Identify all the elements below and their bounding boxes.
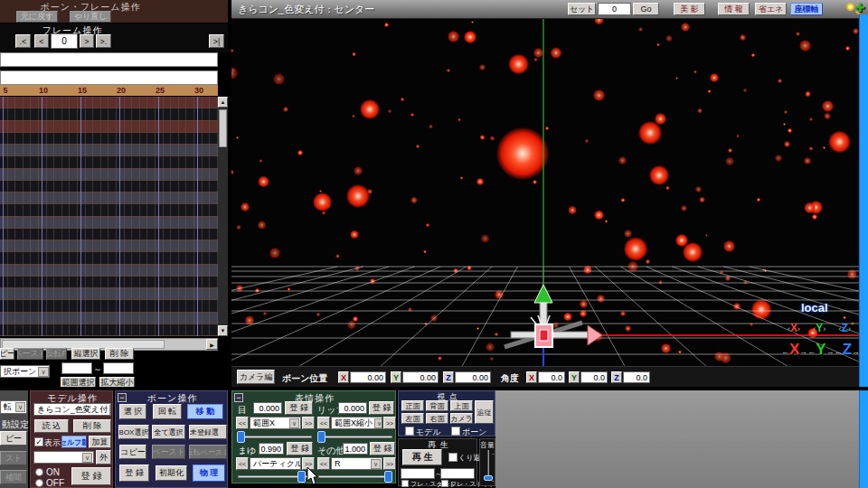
pos-x-input[interactable]: 0.00 bbox=[350, 371, 386, 383]
set-value-input[interactable]: 0 bbox=[598, 3, 631, 15]
other-next-button[interactable]: >> bbox=[383, 457, 396, 470]
dropdown-arrow-icon[interactable]: ∨ bbox=[289, 418, 299, 428]
timeline-row[interactable] bbox=[0, 277, 218, 288]
eye-next-button[interactable]: >> bbox=[302, 417, 315, 429]
timeline-row[interactable] bbox=[0, 265, 218, 277]
bone-list-row-2[interactable] bbox=[0, 70, 218, 85]
model-register-button[interactable]: 登 録 bbox=[71, 467, 111, 485]
beauty-shadow-button[interactable]: 美 影 bbox=[674, 3, 705, 15]
timeline-row[interactable] bbox=[0, 181, 218, 192]
timeline-row[interactable] bbox=[0, 156, 218, 168]
brow-prev-button[interactable]: << bbox=[236, 457, 249, 470]
pos-y-input[interactable]: 0.00 bbox=[402, 371, 439, 383]
timeline-ruler[interactable]: 51015202530 bbox=[0, 85, 218, 97]
eye-register-button[interactable]: 登 録 bbox=[285, 401, 313, 415]
other-slider-track[interactable] bbox=[318, 475, 392, 478]
on-radio[interactable] bbox=[35, 468, 43, 476]
column-select-button[interactable]: 縦選択 bbox=[71, 348, 100, 360]
frame-next5-button[interactable]: >. bbox=[96, 34, 111, 48]
bone-move-button[interactable]: 移 動 bbox=[187, 404, 223, 419]
range-start-input[interactable] bbox=[61, 362, 92, 374]
eye-prev-button[interactable]: << bbox=[236, 417, 249, 429]
viewport-right-scrollbar[interactable] bbox=[859, 14, 868, 488]
eye-value-input[interactable]: 0.000 bbox=[253, 402, 282, 414]
model-delete-button[interactable]: 削 除 bbox=[73, 419, 111, 433]
frame-number-input[interactable]: 0 bbox=[51, 33, 78, 49]
cutoff-interp-button[interactable]: 補間 bbox=[0, 470, 27, 484]
bone-rotate-button[interactable]: 回 転 bbox=[153, 404, 182, 419]
axes-toggle-button[interactable]: 座標軸 bbox=[790, 3, 823, 15]
dropdown-arrow-icon[interactable]: ∨ bbox=[371, 459, 381, 469]
magnifier-icon[interactable] bbox=[846, 3, 854, 11]
move-x-handle[interactable]: ←X→ bbox=[781, 341, 807, 359]
timeline-row[interactable] bbox=[0, 288, 218, 300]
view-right-button[interactable]: 右面 bbox=[426, 413, 448, 424]
brow-morph-dropdown[interactable]: パーティクルSi ∨ bbox=[250, 457, 301, 470]
timeline-row[interactable] bbox=[0, 324, 218, 336]
cutoff-paste-button[interactable]: スト bbox=[0, 451, 27, 465]
timeline-vscrollbar[interactable]: ▲ ▼ bbox=[218, 97, 228, 336]
move-y-handle[interactable]: ←Y→ bbox=[807, 341, 834, 359]
brow-register-button[interactable]: 登 録 bbox=[287, 442, 313, 455]
view-camera-button[interactable]: カメラ bbox=[450, 413, 473, 424]
dropdown-arrow-icon[interactable]: ∨ bbox=[374, 418, 382, 428]
scroll-up-icon[interactable]: ▲ bbox=[218, 97, 228, 108]
view-bone-checkbox[interactable] bbox=[451, 427, 460, 436]
undo-button[interactable]: 元に戻す bbox=[16, 11, 58, 23]
lip-slider-handle[interactable] bbox=[317, 431, 326, 443]
lip-value-input[interactable]: 0.000 bbox=[338, 402, 367, 414]
info-button[interactable]: 情 報 bbox=[718, 3, 750, 15]
plus-move-icon[interactable]: ✚ bbox=[855, 1, 865, 14]
lip-slider-track[interactable] bbox=[318, 436, 392, 438]
timeline-row[interactable] bbox=[0, 108, 218, 120]
dropdown-arrow-icon[interactable]: ∨ bbox=[82, 453, 92, 463]
timeline-row[interactable] bbox=[0, 169, 218, 181]
off-radio[interactable] bbox=[35, 479, 43, 487]
bone-select-button[interactable]: 選 択 bbox=[119, 404, 146, 419]
view-back-button[interactable]: 背面 bbox=[426, 400, 448, 411]
bone-paste-button[interactable]: ペースト bbox=[152, 445, 185, 459]
timeline-row[interactable] bbox=[0, 192, 218, 204]
additive-button[interactable]: 加算 bbox=[89, 436, 111, 448]
timeline-grid[interactable] bbox=[0, 97, 218, 336]
go-button[interactable]: Go bbox=[633, 3, 659, 15]
rotate-y-handle[interactable]: ‹Y› bbox=[813, 322, 826, 334]
unregistered-select-button[interactable]: 未登録選 bbox=[189, 425, 227, 439]
outside-button[interactable]: 外 bbox=[96, 450, 111, 465]
self-shadow-button[interactable]: セルフ影 bbox=[61, 436, 87, 448]
frame-next-button[interactable]: > bbox=[80, 34, 94, 48]
play-start-input[interactable] bbox=[401, 468, 435, 479]
dropdown-arrow-icon[interactable]: ∨ bbox=[38, 367, 48, 377]
rotate-x-handle[interactable]: ‹X› bbox=[788, 322, 800, 334]
scroll-right-icon[interactable]: ▶ bbox=[206, 339, 218, 350]
view-left-button[interactable]: 左面 bbox=[401, 413, 424, 424]
cutoff-copy-button[interactable]: ピー bbox=[0, 431, 27, 446]
vscroll-thumb[interactable] bbox=[219, 109, 227, 147]
bone-copy-button[interactable]: コピー bbox=[119, 445, 146, 459]
model-load-button[interactable]: 読 込 bbox=[34, 419, 69, 433]
frame-stop-checkbox[interactable] bbox=[441, 480, 448, 487]
frame-first-button[interactable]: .< bbox=[15, 34, 31, 48]
dropdown-arrow-icon[interactable]: ∨ bbox=[109, 405, 111, 415]
paste-frame-button[interactable]: ペースト bbox=[17, 348, 43, 360]
move-manipulator[interactable] bbox=[505, 285, 602, 347]
brow-value-input[interactable]: 0.990 bbox=[259, 443, 284, 455]
display-checkbox[interactable]: ✓ bbox=[34, 437, 43, 446]
select-all-button[interactable]: 全て選択 bbox=[152, 425, 185, 439]
rotate-z-handle[interactable]: ‹Z› bbox=[839, 322, 851, 334]
ang-z-input[interactable]: 0.0 bbox=[623, 371, 650, 383]
timeline-row[interactable] bbox=[0, 97, 218, 108]
eye-slider-track[interactable] bbox=[238, 436, 312, 438]
bone-select-dropdown[interactable]: 択ボーン ∨ bbox=[0, 365, 50, 378]
bone-list-row-1[interactable] bbox=[0, 52, 218, 67]
dropdown-arrow-icon[interactable]: ∨ bbox=[15, 402, 25, 412]
delete-frame-button[interactable]: 削 除 bbox=[105, 348, 134, 360]
timeline-row[interactable] bbox=[0, 313, 218, 324]
other-slider-handle[interactable] bbox=[384, 471, 392, 483]
copy-frame-button[interactable]: ピー bbox=[0, 348, 14, 360]
ang-y-input[interactable]: 0.0 bbox=[580, 371, 608, 383]
brow-slider-handle[interactable] bbox=[297, 471, 306, 483]
play-end-input[interactable] bbox=[440, 468, 475, 479]
eye-morph-dropdown[interactable]: 範囲X ∨ bbox=[250, 417, 301, 429]
timeline-row[interactable] bbox=[0, 145, 218, 156]
